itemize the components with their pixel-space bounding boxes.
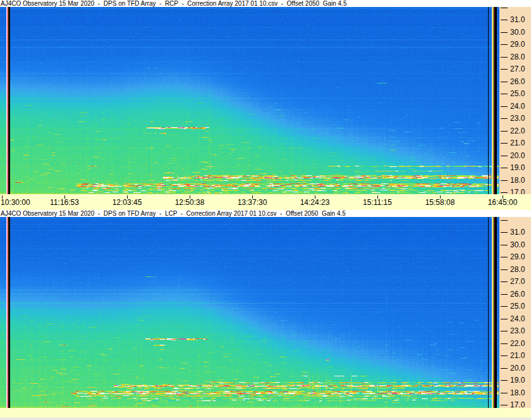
freq-tick-label: 23.0 bbox=[510, 114, 525, 122]
freq-tick-label: 19.0 bbox=[510, 164, 525, 171]
freq-tick bbox=[501, 20, 508, 20]
freq-tick bbox=[501, 94, 508, 94]
freq-tick bbox=[501, 393, 508, 393]
freq-tick bbox=[501, 82, 508, 82]
freq-tick bbox=[501, 380, 508, 381]
freq-tick-label: 31.0 bbox=[510, 228, 525, 236]
time-tick-label: 15:11:15 bbox=[363, 199, 392, 207]
freq-tick bbox=[501, 118, 508, 119]
freq-tick bbox=[501, 294, 508, 295]
freq-tick-label: 27.0 bbox=[510, 278, 525, 285]
freq-tick-label: 18.0 bbox=[510, 176, 525, 184]
freq-tick bbox=[501, 32, 508, 33]
freq-tick bbox=[501, 44, 508, 45]
freq-tick bbox=[501, 69, 508, 70]
freq-tick bbox=[501, 269, 508, 270]
freq-tick bbox=[501, 331, 508, 331]
freq-tick bbox=[501, 232, 508, 233]
freq-tick bbox=[501, 281, 508, 282]
freq-tick-label: 30.0 bbox=[510, 28, 525, 36]
freq-tick-label: 24.0 bbox=[510, 315, 525, 323]
freq-tick-label: 20.0 bbox=[510, 152, 525, 159]
freq-tick bbox=[501, 245, 508, 245]
time-tick-label: 15:58:08 bbox=[425, 199, 455, 207]
time-tick-label: 16:45:00 bbox=[488, 199, 518, 207]
freq-tick-label: 29.0 bbox=[510, 40, 525, 48]
freq-tick-label: 21.0 bbox=[510, 139, 525, 147]
freq-tick-label: 25.0 bbox=[510, 302, 525, 310]
freq-tick-label: 20.0 bbox=[510, 364, 525, 372]
freq-tick-label: 22.0 bbox=[510, 127, 525, 135]
time-tick-label: 10:30:00 bbox=[1, 199, 30, 207]
freq-tick-label: 30.0 bbox=[510, 241, 525, 249]
panel-title-rcp: AJ4CO Observatory 15 Mar 2020 - DPS on T… bbox=[0, 0, 531, 7]
freq-tick-label: 22.0 bbox=[510, 340, 525, 347]
freq-tick bbox=[501, 192, 508, 193]
freq-tick-label: 26.0 bbox=[510, 78, 525, 85]
freq-tick bbox=[501, 57, 508, 58]
radio-spectrograph-window: AJ4CO Observatory 15 Mar 2020 - DPS on T… bbox=[0, 0, 531, 420]
spectrogram-rcp-display bbox=[0, 7, 499, 194]
freq-tick-label: 27.0 bbox=[510, 65, 525, 73]
freq-tick bbox=[501, 368, 508, 369]
freq-tick-label: 31.0 bbox=[510, 16, 525, 23]
freq-tick bbox=[501, 8, 508, 8]
freq-tick-label: 25.0 bbox=[510, 90, 525, 97]
freq-tick bbox=[501, 306, 508, 307]
freq-tick bbox=[501, 220, 508, 221]
freq-tick bbox=[501, 405, 508, 405]
freq-tick bbox=[501, 106, 508, 107]
freq-tick bbox=[501, 257, 508, 257]
freq-tick-label: 28.0 bbox=[510, 266, 525, 273]
time-tick-label: 14:24:23 bbox=[300, 199, 330, 207]
freq-tick-label: 19.0 bbox=[510, 376, 525, 384]
freq-tick bbox=[501, 180, 508, 181]
freq-tick-label: 24.0 bbox=[510, 102, 525, 110]
freq-tick bbox=[501, 319, 508, 319]
time-tick-label: 12:50:38 bbox=[175, 199, 205, 207]
freq-tick-label: 18.0 bbox=[510, 389, 525, 397]
time-tick-label: 12:03:45 bbox=[113, 199, 142, 207]
bottom-edge bbox=[0, 417, 531, 420]
freq-tick bbox=[501, 168, 508, 168]
freq-tick bbox=[501, 343, 508, 344]
freq-tick bbox=[501, 156, 508, 156]
time-tick-label: 13:37:30 bbox=[238, 199, 267, 207]
freq-tick-label: 29.0 bbox=[510, 253, 525, 261]
freq-tick-label: 21.0 bbox=[510, 352, 525, 359]
freq-tick bbox=[501, 131, 508, 132]
freq-tick bbox=[501, 143, 508, 144]
spectrogram-lcp-display bbox=[0, 217, 499, 408]
time-tick-label: 11:16:53 bbox=[50, 199, 79, 207]
bottom-strip bbox=[0, 408, 531, 417]
panel-title-lcp: AJ4CO Observatory 15 Mar 2020 - DPS on T… bbox=[0, 210, 531, 217]
freq-tick-label: 26.0 bbox=[510, 290, 525, 298]
freq-tick bbox=[501, 355, 508, 356]
freq-tick-label: 28.0 bbox=[510, 53, 525, 61]
freq-tick-label: 23.0 bbox=[510, 327, 525, 335]
